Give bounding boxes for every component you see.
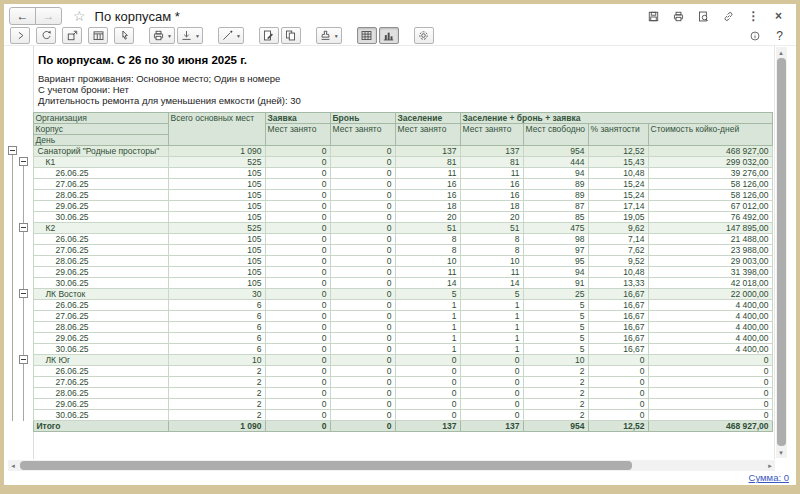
value-cell[interactable]: 89 xyxy=(523,179,588,190)
value-cell[interactable]: 137 xyxy=(460,146,523,157)
value-cell[interactable]: 15,24 xyxy=(588,190,648,201)
value-cell[interactable]: 0 xyxy=(330,289,395,300)
back-button[interactable]: ← xyxy=(9,7,36,25)
value-cell[interactable]: 2 xyxy=(168,388,265,399)
favorite-star-icon[interactable]: ☆ xyxy=(73,9,86,23)
value-cell[interactable]: 5 xyxy=(460,289,523,300)
value-cell[interactable]: 29 003,00 xyxy=(648,256,772,267)
value-cell[interactable]: 16,67 xyxy=(588,322,648,333)
value-cell[interactable]: 5 xyxy=(523,333,588,344)
collapse-group-button[interactable] xyxy=(19,355,28,364)
value-cell[interactable]: 105 xyxy=(168,168,265,179)
value-cell[interactable]: 10 xyxy=(168,355,265,366)
value-cell[interactable]: 20 xyxy=(395,212,460,223)
value-cell[interactable]: 67 012,00 xyxy=(648,201,772,212)
value-cell[interactable]: 58 126,00 xyxy=(648,179,772,190)
value-cell[interactable]: 0 xyxy=(395,355,460,366)
value-cell[interactable]: 0 xyxy=(648,388,772,399)
column-header[interactable]: Заселение xyxy=(395,113,460,124)
value-cell[interactable]: 6 xyxy=(168,333,265,344)
column-header[interactable]: Мест занято xyxy=(265,124,330,146)
value-cell[interactable]: 9,62 xyxy=(588,223,648,234)
value-cell[interactable]: 0 xyxy=(330,256,395,267)
value-cell[interactable]: 16,67 xyxy=(588,289,648,300)
value-cell[interactable]: 0 xyxy=(395,377,460,388)
value-cell[interactable]: 0 xyxy=(330,245,395,256)
value-cell[interactable]: 147 895,00 xyxy=(648,223,772,234)
value-cell[interactable]: 105 xyxy=(168,256,265,267)
row-label-cell[interactable]: ЛК Восток xyxy=(33,289,168,300)
collapse-group-button[interactable] xyxy=(19,289,28,298)
refresh-button[interactable] xyxy=(36,27,56,44)
value-cell[interactable]: 0 xyxy=(330,146,395,157)
value-cell[interactable]: 51 xyxy=(460,223,523,234)
collapse-group-button[interactable] xyxy=(19,223,28,232)
value-cell[interactable]: 0 xyxy=(265,201,330,212)
value-cell[interactable]: 95 xyxy=(523,256,588,267)
value-cell[interactable]: 4 400,00 xyxy=(648,333,772,344)
copy-button[interactable] xyxy=(281,27,301,44)
value-cell[interactable]: 2 xyxy=(168,377,265,388)
value-cell[interactable]: 23 988,00 xyxy=(648,245,772,256)
value-cell[interactable]: 0 xyxy=(265,234,330,245)
value-cell[interactable]: 2 xyxy=(523,377,588,388)
value-cell[interactable]: 525 xyxy=(168,157,265,168)
value-cell[interactable]: 0 xyxy=(588,355,648,366)
value-cell[interactable]: 0 xyxy=(588,366,648,377)
value-cell[interactable]: 5 xyxy=(523,311,588,322)
value-cell[interactable]: 525 xyxy=(168,223,265,234)
column-header[interactable]: Организация xyxy=(33,113,168,124)
value-cell[interactable]: 0 xyxy=(330,179,395,190)
value-cell[interactable]: 954 xyxy=(523,421,588,432)
value-cell[interactable]: 42 018,00 xyxy=(648,278,772,289)
value-cell[interactable]: 11 xyxy=(460,267,523,278)
collapse-group-button[interactable] xyxy=(8,146,17,155)
value-cell[interactable]: 14 xyxy=(460,278,523,289)
value-cell[interactable]: 105 xyxy=(168,201,265,212)
value-cell[interactable]: 85 xyxy=(523,212,588,223)
value-cell[interactable]: 299 032,00 xyxy=(648,157,772,168)
value-cell[interactable]: 137 xyxy=(395,146,460,157)
value-cell[interactable]: 0 xyxy=(265,267,330,278)
value-cell[interactable]: 2 xyxy=(523,366,588,377)
value-cell[interactable]: 16,67 xyxy=(588,333,648,344)
value-cell[interactable]: 0 xyxy=(265,300,330,311)
print-preview-icon[interactable] xyxy=(696,9,711,24)
value-cell[interactable]: 444 xyxy=(523,157,588,168)
help-button[interactable]: ? xyxy=(776,29,783,43)
value-cell[interactable]: 16 xyxy=(395,190,460,201)
row-label-cell[interactable]: 29.06.25 xyxy=(33,267,168,278)
value-cell[interactable]: 0 xyxy=(265,190,330,201)
value-cell[interactable]: 0 xyxy=(265,278,330,289)
value-cell[interactable]: 1 xyxy=(460,311,523,322)
value-cell[interactable]: 0 xyxy=(330,278,395,289)
value-cell[interactable]: 1 xyxy=(460,333,523,344)
value-cell[interactable]: 105 xyxy=(168,278,265,289)
value-cell[interactable]: 468 927,00 xyxy=(648,421,772,432)
value-cell[interactable]: 4 400,00 xyxy=(648,300,772,311)
value-cell[interactable]: 2 xyxy=(168,399,265,410)
value-cell[interactable]: 0 xyxy=(460,388,523,399)
value-cell[interactable]: 0 xyxy=(395,388,460,399)
value-cell[interactable]: 0 xyxy=(330,300,395,311)
value-cell[interactable]: 16 xyxy=(460,179,523,190)
row-label-cell[interactable]: Санаторий "Родные просторы" xyxy=(33,146,168,157)
value-cell[interactable]: 0 xyxy=(330,333,395,344)
value-cell[interactable]: 105 xyxy=(168,267,265,278)
value-cell[interactable]: 22 000,00 xyxy=(648,289,772,300)
value-cell[interactable]: 1 xyxy=(395,344,460,355)
value-cell[interactable]: 0 xyxy=(648,410,772,421)
row-label-cell[interactable]: 27.06.25 xyxy=(33,377,168,388)
scroll-up-icon[interactable]: ▴ xyxy=(776,47,786,58)
value-cell[interactable]: 0 xyxy=(648,355,772,366)
value-cell[interactable]: 0 xyxy=(330,311,395,322)
value-cell[interactable]: 0 xyxy=(330,267,395,278)
value-cell[interactable]: 475 xyxy=(523,223,588,234)
value-cell[interactable]: 6 xyxy=(168,311,265,322)
value-cell[interactable]: 6 xyxy=(168,322,265,333)
value-cell[interactable]: 0 xyxy=(265,245,330,256)
value-cell[interactable]: 16,67 xyxy=(588,300,648,311)
get-link-icon[interactable] xyxy=(721,9,736,24)
value-cell[interactable]: 8 xyxy=(460,234,523,245)
value-cell[interactable]: 1 090 xyxy=(168,421,265,432)
